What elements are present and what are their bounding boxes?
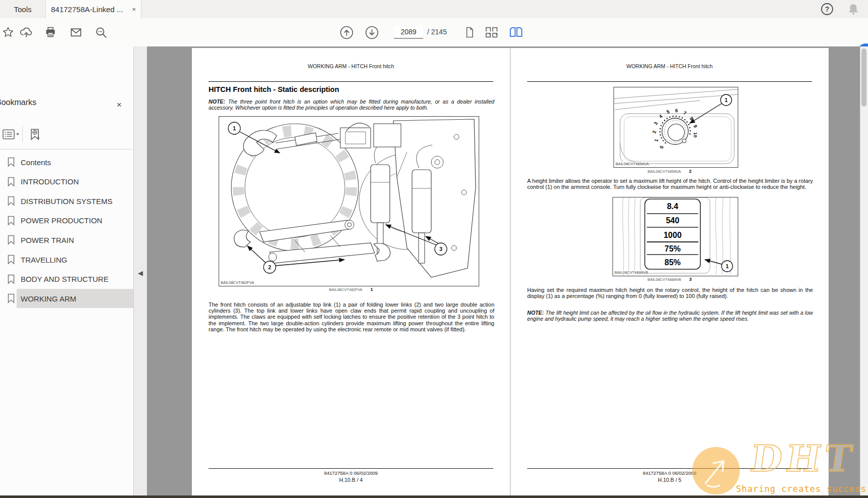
left-page-header: WORKING ARM - HITCH Front hitch [192, 63, 510, 69]
bookmark-item-label: POWER PRODUCTION [21, 216, 103, 225]
display-value-row: 85% [665, 258, 681, 267]
dial-number: 7 [683, 110, 687, 116]
favorite-star-button[interactable] [1, 25, 15, 39]
two-page-view-button[interactable] [509, 25, 523, 39]
bookmark-icon [7, 255, 15, 265]
figure3-image-label: BAIL08CVT488AVB [615, 270, 648, 275]
bookmark-item-power-production[interactable]: POWER PRODUCTION [0, 211, 133, 230]
dial-number: 0 [658, 145, 665, 149]
page-number-input[interactable]: 2089 [394, 26, 423, 39]
figure-height-display: 8.4 540 1000 75% 85% 1 BAIL08CVT488AVB [612, 197, 738, 276]
bookmark-icon [7, 177, 15, 187]
left-footer-page: H.10.B / 4 [192, 477, 510, 483]
display-value-row: 8.4 [667, 202, 678, 211]
search-button[interactable] [94, 25, 108, 39]
app-window: Tools 84172758A-Linked ... × ? [0, 0, 868, 498]
figure2-image-label: BAIL08CVT485AVA [616, 162, 649, 166]
watermark-slogan: Sharing creates success [722, 484, 866, 494]
dial-dot [664, 120, 666, 121]
single-page-icon [464, 26, 476, 38]
dial-dot [665, 142, 666, 144]
next-page-button[interactable] [365, 25, 379, 39]
note-text: The lift height limit can be affected by… [527, 310, 813, 322]
envelope-icon [70, 26, 82, 39]
dial-dot [682, 117, 683, 119]
notifications-button[interactable] [846, 2, 860, 16]
bookmark-icon [7, 216, 15, 226]
figure1-caption: BAIL08CVT482FVA 1 [192, 287, 510, 292]
bookmarks-panel: Bookmarks × ContentsINTRODUCTIONDISTRIBU… [0, 46, 133, 496]
vertical-scrollbar[interactable] [860, 46, 868, 496]
search-more-icon [95, 26, 108, 39]
callout-3-number: 3 [439, 246, 442, 252]
height-display-drawing: 8.4 540 1000 75% 85% 1 [613, 197, 738, 276]
left-footer-rule [209, 468, 493, 469]
left-page-title: HITCH Front hitch - Static description [209, 85, 339, 93]
tab-close-icon[interactable]: × [132, 6, 136, 13]
expand-current-bookmark-button[interactable] [26, 125, 43, 143]
note-label: NOTE: [209, 98, 225, 105]
bookmark-item-body-and-structure[interactable]: BODY AND STRUCTURE [0, 270, 133, 289]
display-value-row: 1000 [663, 231, 682, 239]
bookmark-icon [7, 274, 15, 284]
email-button[interactable] [69, 25, 83, 39]
right-header-rule [527, 81, 812, 82]
printer-icon [44, 26, 57, 38]
print-button[interactable] [43, 25, 58, 39]
chevron-down-icon [16, 133, 19, 135]
bookmark-item-distribution-systems[interactable]: DISTRIBUTION SYSTEMS [0, 191, 133, 211]
dial-dot [690, 130, 691, 132]
cloud-upload-button[interactable] [19, 25, 33, 39]
bookmark-item-label: WORKING ARM [21, 294, 76, 303]
collapse-panel-button[interactable]: ◀ [134, 262, 146, 284]
bookmark-item-working-arm[interactable]: WORKING ARM [0, 289, 133, 308]
figure-rotary-control: 012345678910 1 BAIL08CVT485AVA [614, 87, 738, 168]
help-glyph: ? [825, 5, 830, 13]
bookmark-options-button[interactable] [1, 125, 21, 143]
help-button[interactable]: ? [820, 2, 834, 16]
panel-close-button[interactable]: × [113, 99, 125, 111]
bookmark-item-contents[interactable]: Contents [0, 153, 133, 172]
right-page-para1: A height limiter allows the operator to … [527, 178, 813, 190]
bottom-edge-strip [0, 495, 868, 498]
dial-dot [679, 116, 680, 118]
previous-page-button[interactable] [339, 25, 353, 39]
right-page-header: WORKING ARM - HITCH Front hitch [510, 63, 829, 69]
dial-number: 3 [652, 121, 658, 126]
help-icon: ? [821, 3, 834, 16]
bookmark-item-introduction[interactable]: INTRODUCTION [0, 172, 133, 191]
scrollbar-thumb[interactable] [861, 48, 866, 107]
single-page-view-button[interactable] [463, 25, 477, 39]
left-header-rule [209, 81, 493, 82]
front-hitch-drawing: 1 2 3 [219, 117, 479, 286]
bookmark-target-icon [28, 127, 42, 141]
tab-tools[interactable]: Tools [0, 0, 45, 18]
left-page-note: NOTE: The three point front hitch is an … [209, 98, 494, 111]
toolbar: 2089 / 2145 [0, 18, 868, 47]
dial-dot [662, 140, 664, 141]
two-page-view-icon [509, 26, 523, 39]
figure2-caption-id: BAIL08CVT485AVA [647, 169, 681, 174]
bookmark-item-travelling[interactable]: TRAVELLING [0, 250, 133, 269]
tab-document[interactable]: 84172758A-Linked ... × [45, 0, 141, 18]
bookmark-options-icon [3, 129, 20, 140]
figure3-caption-id: BAIL08CVT488AVB [647, 277, 681, 282]
organize-pages-button[interactable] [485, 25, 499, 39]
bookmark-icon [7, 157, 15, 167]
bookmark-item-label: INTRODUCTION [21, 177, 79, 186]
bell-icon [847, 3, 860, 16]
figure3-caption: BAIL08CVT488AVB 3 [510, 277, 829, 282]
left-footer-doc: 84172758A 0 06/02/2009 [192, 470, 510, 476]
right-page-para2: Having set the required maximum hitch he… [527, 287, 813, 299]
dial-number: 10 [693, 132, 698, 138]
dial-number: 4 [658, 113, 664, 119]
left-page-body: The front hitch consists of an adjustabl… [209, 302, 494, 332]
dial-dot [684, 119, 686, 121]
bookmark-item-power-train[interactable]: POWER TRAIN [0, 230, 133, 250]
figure1-caption-number: 1 [371, 287, 373, 292]
figure2-caption: BAIL08CVT485AVA 2 [510, 169, 829, 174]
display-value-row: 75% [665, 244, 681, 253]
dial-dot [669, 117, 671, 118]
note-label: NOTE: [527, 310, 544, 316]
watermark-brand: DHT [748, 440, 858, 477]
